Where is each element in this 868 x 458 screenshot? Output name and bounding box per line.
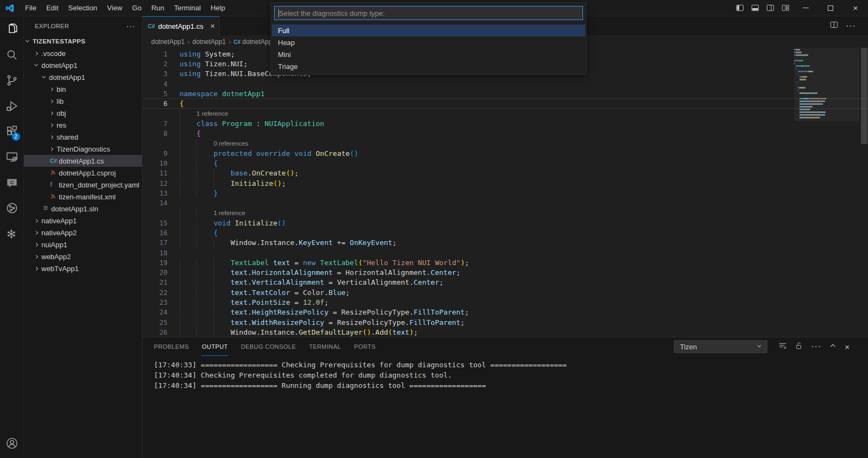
panel-tab-debug-console[interactable]: DEBUG CONSOLE [241, 337, 296, 356]
folder-webtvapp1[interactable]: webTvApp1 [24, 262, 142, 274]
code-line-4[interactable]: 4 [142, 79, 868, 89]
folder-nativeapp2[interactable]: nativeApp2 [24, 227, 142, 239]
folder-res[interactable]: res [24, 119, 142, 131]
minimize-button[interactable] [793, 0, 818, 16]
explorer-icon[interactable] [0, 16, 24, 42]
close-window-button[interactable]: × [843, 0, 868, 16]
panel-tab-terminal[interactable]: TERMINAL [309, 337, 341, 356]
folder-shared[interactable]: shared [24, 131, 142, 143]
code-editor[interactable]: 1using System;2using Tizen.NUI;3using Ti… [142, 48, 868, 337]
file-tizen-manifest-xml[interactable]: tizen-manifest.xml [24, 191, 142, 203]
menu-file[interactable]: File [20, 0, 41, 16]
code-line-18[interactable]: 18 [142, 248, 868, 258]
file-dotnetapp1-csproj[interactable]: dotnetApp1.csproj [24, 167, 142, 179]
panel-tab-ports[interactable]: PORTS [354, 337, 376, 356]
search-icon[interactable] [0, 42, 24, 67]
code-line-26[interactable]: 26 Window.Instance.GetDefaultLayer().Add… [142, 327, 868, 337]
panel-more-actions-icon[interactable]: ··· [811, 342, 821, 352]
menu-terminal[interactable]: Terminal [169, 0, 206, 16]
chat-icon[interactable]: C [0, 170, 24, 195]
customize-layout-icon[interactable] [778, 0, 793, 16]
folder-dotnetapp1[interactable]: dotnetApp1 [24, 71, 142, 83]
code-line-9[interactable]: 9 protected override void OnCreate() [142, 148, 868, 158]
code-line-10[interactable]: 10 { [142, 158, 868, 168]
code-line-13[interactable]: 13 } [142, 188, 868, 198]
code-line-25[interactable]: 25 text.WidthResizePolicy = ResizePolicy… [142, 317, 868, 327]
source-control-icon[interactable] [0, 67, 24, 93]
code-line-6[interactable]: 6{ [142, 98, 868, 108]
menu-view[interactable]: View [102, 0, 127, 16]
tab-dotnetapp1-cs[interactable]: C# dotnetApp1.cs × [142, 16, 220, 35]
clear-output-icon[interactable] [779, 342, 787, 352]
minimap[interactable] [794, 49, 859, 120]
file-dotnetapp1-sln[interactable]: dotnetApp1.sln [24, 203, 142, 215]
item-label: tizen_dotnet_project.yaml [59, 181, 139, 189]
quickpick-option-heap[interactable]: Heap [272, 36, 585, 48]
folder-webapp2[interactable]: webApp2 [24, 250, 142, 262]
quickpick-option-mini[interactable]: Mini [272, 48, 585, 60]
references-icon[interactable] [0, 195, 24, 221]
menu-edit[interactable]: Edit [41, 0, 63, 16]
code-line-12[interactable]: 12 Initialize(); [142, 178, 868, 188]
folder-nativeapp1[interactable]: nativeApp1 [24, 215, 142, 227]
folder--vscode[interactable]: .vscode [24, 47, 142, 59]
editor-more-actions-icon[interactable]: ··· [846, 21, 856, 31]
folder-tizendiagnostics[interactable]: TizenDiagnostics [24, 143, 142, 155]
account-icon[interactable] [0, 430, 24, 456]
codelens[interactable]: 1 reference [142, 208, 868, 218]
explorer-more-actions-icon[interactable]: ··· [126, 22, 135, 30]
breadcrumb-item[interactable]: dotnetApp1 [151, 38, 184, 46]
quickpick-option-triage[interactable]: Triage [272, 60, 585, 72]
folder-nuiapp1[interactable]: nuiApp1 [24, 239, 142, 250]
line-number: 9 [142, 149, 168, 158]
file-dotnetapp1-cs[interactable]: C#dotnetApp1.cs [24, 155, 142, 167]
code-line-11[interactable]: 11 base.OnCreate(); [142, 168, 868, 178]
code-line-24[interactable]: 24 text.HeightResizePolicy = ResizePolic… [142, 308, 868, 317]
codelens[interactable]: 0 references [142, 139, 868, 148]
code-line-8[interactable]: 8 { [142, 128, 868, 138]
menu-help[interactable]: Help [206, 0, 230, 16]
code-line-7[interactable]: 7 class Program : NUIApplication [142, 118, 868, 128]
menu-go[interactable]: Go [127, 0, 146, 16]
codelens[interactable]: 1 reference [142, 109, 868, 118]
breadcrumb-item[interactable]: dotnetApp1 [193, 38, 226, 46]
split-editor-icon[interactable] [830, 21, 838, 31]
folder-dotnetapp1[interactable]: dotnetApp1 [24, 59, 142, 71]
close-panel-icon[interactable]: × [845, 342, 850, 352]
lock-scrolling-icon[interactable] [795, 342, 803, 352]
menu-run[interactable]: Run [146, 0, 169, 16]
toggle-secondary-sidebar-icon[interactable] [762, 0, 778, 16]
explorer-root-tizentestapps[interactable]: TIZENTESTAPPS [24, 35, 142, 47]
code-line-16[interactable]: 16 { [142, 228, 868, 237]
folder-obj[interactable]: obj [24, 107, 142, 119]
remote-explorer-icon[interactable] [0, 144, 24, 170]
folder-bin[interactable]: bin [24, 83, 142, 95]
code-line-17[interactable]: 17 Window.Instance.KeyEvent += OnKeyEven… [142, 238, 868, 248]
panel-tab-problems[interactable]: PROBLEMS [154, 337, 189, 356]
maximize-button[interactable] [818, 0, 843, 16]
code-line-20[interactable]: 20 text.HorizontalAlignment = Horizontal… [142, 268, 868, 278]
code-line-15[interactable]: 15 void Initialize() [142, 218, 868, 228]
maximize-panel-icon[interactable] [829, 342, 836, 352]
code-line-23[interactable]: 23 text.PointSize = 12.0f; [142, 297, 868, 307]
editor-scrollbar-thumb[interactable] [861, 48, 867, 144]
toggle-sidebar-icon[interactable] [732, 0, 747, 16]
code-line-19[interactable]: 19 TextLabel text = new TextLabel("Hello… [142, 258, 868, 267]
quickpick-input[interactable] [275, 7, 582, 20]
toggle-panel-icon[interactable] [747, 0, 762, 16]
panel-tab-output[interactable]: OUTPUT [202, 337, 228, 356]
output-channel-select[interactable]: Tizen [674, 340, 767, 353]
folder-lib[interactable]: lib [24, 95, 142, 107]
file-tizen-dotnet-project-yaml[interactable]: !tizen_dotnet_project.yaml [24, 179, 142, 191]
tab-close-icon[interactable]: × [210, 22, 215, 30]
quickpick-option-full[interactable]: Full [272, 24, 585, 36]
menu-selection[interactable]: Selection [63, 0, 102, 16]
code-line-21[interactable]: 21 text.VerticalAlignment = VerticalAlig… [142, 278, 868, 287]
code-line-5[interactable]: 5namespace dotnetApp1 [142, 89, 868, 98]
run-debug-icon[interactable] [0, 93, 24, 118]
code-line-14[interactable]: 14 [142, 198, 868, 208]
line-number: 7 [142, 120, 168, 128]
code-line-22[interactable]: 22 text.TextColor = Color.Blue; [142, 287, 868, 297]
tizen-icon[interactable]: ✻ [0, 221, 24, 246]
extensions-icon[interactable]: 2 [0, 118, 24, 144]
